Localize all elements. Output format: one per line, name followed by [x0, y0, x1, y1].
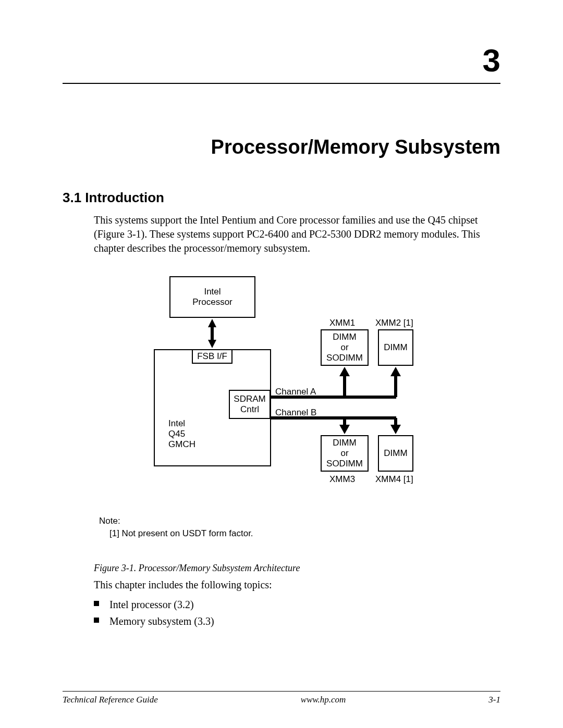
sdram-line2: Cntrl: [240, 404, 259, 415]
xmm3-label: XMM3: [329, 474, 355, 485]
xmm4-box: DIMM: [378, 435, 413, 472]
gmch-line2: Q45: [168, 429, 185, 439]
gmch-line1: Intel: [168, 418, 185, 429]
diagram-wrap: Intel Processor Intel Q45 GMCH FSB I/F S…: [63, 276, 500, 516]
xmm1-label: XMM1: [329, 318, 355, 328]
xmm4-l1: DIMM: [384, 448, 407, 459]
architecture-diagram: Intel Processor Intel Q45 GMCH FSB I/F S…: [115, 276, 448, 516]
processor-box: Intel Processor: [169, 276, 255, 318]
topics-list: Intel processor (3.2) Memory subsystem (…: [94, 596, 500, 630]
xmm1-l2: or: [340, 342, 348, 353]
note-label: Note:: [99, 516, 500, 526]
diagram-note: Note: [1] Not present on USDT form facto…: [99, 516, 500, 539]
xmm1-l3: SODIMM: [326, 353, 363, 363]
xmm1-l1: DIMM: [333, 332, 356, 342]
gmch-line3: GMCH: [168, 439, 195, 450]
footer-left: Technical Reference Guide: [63, 695, 158, 705]
chapter-number: 3: [63, 42, 500, 79]
section-heading: 3.1 Introduction: [63, 190, 500, 206]
processor-line1: Intel: [204, 287, 221, 297]
fsb-box: FSB I/F: [192, 349, 232, 364]
sdram-line1: SDRAM: [234, 394, 265, 404]
xmm3-l3: SODIMM: [326, 459, 363, 469]
xmm1-box: DIMM or SODIMM: [321, 329, 369, 366]
page-footer: Technical Reference Guide www.hp.com 3-1: [63, 691, 500, 705]
chapter-title: Processor/Memory Subsystem: [63, 136, 500, 158]
processor-line2: Processor: [192, 297, 232, 307]
svg-marker-10: [339, 425, 350, 434]
xmm2-label: XMM2 [1]: [375, 318, 413, 328]
xmm3-l1: DIMM: [333, 438, 356, 448]
xmm4-label: XMM4 [1]: [375, 474, 413, 485]
note-text: [1] Not present on USDT form factor.: [99, 528, 500, 539]
xmm3-l2: or: [340, 448, 348, 459]
svg-marker-7: [390, 367, 401, 376]
xmm2-box: DIMM: [378, 329, 413, 366]
xmm3-box: DIMM or SODIMM: [321, 435, 369, 472]
footer-right: 3-1: [488, 695, 500, 705]
footer-center: www.hp.com: [301, 695, 346, 705]
page-content: 3 Processor/Memory Subsystem 3.1 Introdu…: [63, 42, 500, 630]
channel-a-label: Channel A: [275, 387, 316, 397]
svg-marker-0: [208, 319, 216, 327]
xmm2-l1: DIMM: [384, 342, 407, 353]
intro-paragraph: This systems support the Intel Pentium a…: [94, 213, 500, 255]
top-rule: [63, 83, 500, 84]
svg-marker-2: [208, 340, 216, 348]
footer-rule: [63, 691, 500, 692]
topics-intro: This chapter includes the following topi…: [94, 579, 500, 591]
list-item: Memory subsystem (3.3): [94, 613, 500, 630]
fsb-label: FSB I/F: [197, 351, 227, 362]
channel-b-label: Channel B: [275, 408, 316, 418]
svg-marker-12: [390, 425, 401, 434]
svg-marker-5: [339, 367, 350, 376]
list-item: Intel processor (3.2): [94, 596, 500, 613]
sdram-box: SDRAM Cntrl: [229, 390, 271, 419]
figure-caption: Figure 3-1. Processor/Memory Subsystem A…: [94, 563, 500, 574]
